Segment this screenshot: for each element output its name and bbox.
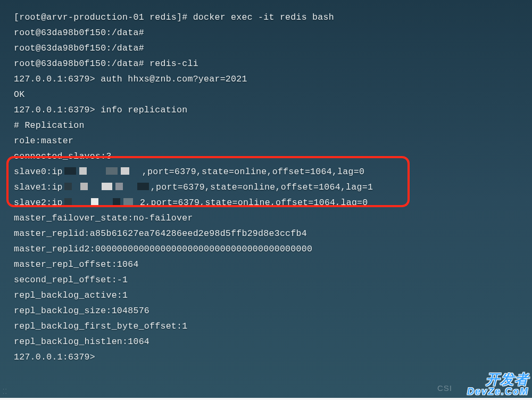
redacted-ip-segment [102,183,112,190]
redacted-ip-segment [64,167,76,175]
redacted-ip-segment [106,167,118,175]
terminal-line: # Replication [14,118,532,133]
slave0-prefix: slave0:ip [14,167,63,177]
redacted-ip-segment [123,198,133,206]
terminal-line: OK [14,87,532,102]
terminal-line: repl_backlog_active:1 [14,288,532,303]
brand-watermark: 开发者 DevZe.CoM [467,372,529,397]
terminal-line: master_replid2:0000000000000000000000000… [14,241,532,257]
terminal-line: connected_slaves:3 [14,149,532,164]
redacted-ip-segment [64,183,72,190]
terminal-line: 127.0.0.1:6379> [14,349,532,365]
terminal-line: repl_backlog_histlen:1064 [14,334,532,349]
terminal-line-slave1: slave1:ip ,port=6379,state=online,offset… [14,179,532,195]
terminal-line: root@63da98b0f150:/data# [14,40,532,56]
redacted-ip-segment [113,198,120,206]
terminal-line: root@63da98b0f150:/data# redis-cli [14,56,532,71]
terminal-output: [root@arvr-production-01 redis]# docker … [0,0,532,375]
terminal-line: role:master [14,133,532,149]
redacted-ip-segment [115,183,123,190]
terminal-line: 127.0.0.1:6379> info replication [14,102,532,118]
brand-watermark-cn: 开发者 [486,371,529,387]
terminal-line: master_repl_offset:1064 [14,257,532,272]
redacted-ip-segment [137,183,149,190]
slave1-prefix: slave1:ip [14,182,63,192]
terminal-line: repl_backlog_size:1048576 [14,303,532,319]
terminal-line: second_repl_offset:-1 [14,272,532,288]
brand-watermark-en: DevZe.CoM [467,387,529,397]
bottom-edge [0,398,532,400]
slave0-suffix: ,port=6379,state=online,offset=1064,lag=… [142,167,364,177]
terminal-line: root@63da98b0f150:/data# [14,25,532,40]
csdn-watermark: CSI [437,383,452,393]
terminal-line: repl_backlog_first_byte_offset:1 [14,319,532,334]
decorative-dots: ···· [2,387,7,396]
terminal-line: [root@arvr-production-01 redis]# docker … [14,10,532,25]
terminal-line: 127.0.0.1:6379> auth hhxs@znb.com?year=2… [14,71,532,87]
redacted-ip-segment [64,198,72,206]
terminal-line-slave0: slave0:ip ,port=6379,state=online,offset… [14,164,532,179]
slave2-suffix: 2,port=6379,state=online,offset=1064,lag… [140,198,368,208]
terminal-line: master_replid:a85b61627ea764286eed2e98d5… [14,226,532,241]
redacted-ip-segment [79,167,87,175]
redacted-ip-segment [121,167,129,175]
redacted-ip-segment [91,198,98,206]
redacted-ip-segment [80,183,88,190]
slave1-suffix: ,port=6379,state=online,offset=1064,lag=… [151,182,373,192]
terminal-line: master_failover_state:no-failover [14,210,532,226]
terminal-line-slave2: slave2:ip 2,port=6379,state=online,offse… [14,195,532,210]
slave2-prefix: slave2:ip [14,198,63,208]
